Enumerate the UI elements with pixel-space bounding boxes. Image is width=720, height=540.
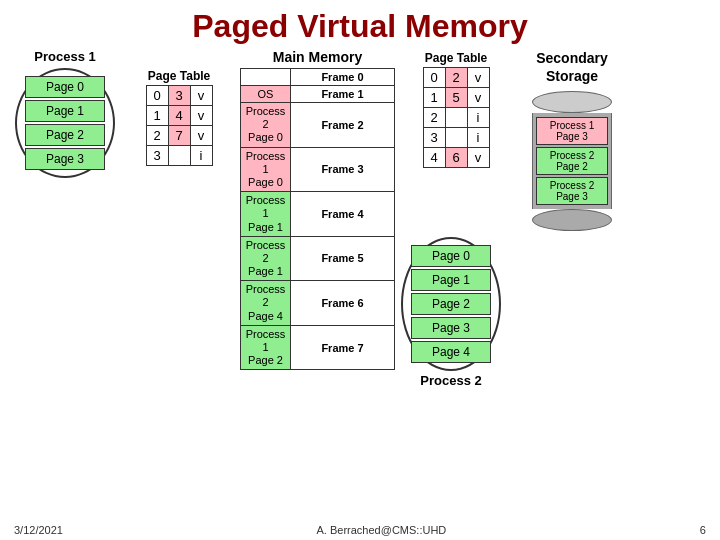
secondary-label: SecondaryStorage [536, 49, 608, 85]
p1-page1: Page 1 [25, 100, 105, 122]
footer-credit: A. Berrached@CMS::UHD [317, 524, 447, 536]
p2-page3: Page 3 [411, 317, 491, 339]
page-table2-label: Page Table [401, 51, 511, 65]
main-title: Paged Virtual Memory [0, 0, 720, 49]
p2-page2: Page 2 [411, 293, 491, 315]
p1-page3: Page 3 [25, 148, 105, 170]
sec-item-1: Process 2Page 2 [536, 147, 608, 175]
p2-page0: Page 0 [411, 245, 491, 267]
sec-item-2: Process 2Page 3 [536, 177, 608, 205]
footer-page: 6 [700, 524, 706, 536]
process2-label: Process 2 [420, 373, 481, 388]
p2-page4: Page 4 [411, 341, 491, 363]
main-memory-title: Main Memory [240, 49, 395, 65]
sec-item-0: Process 1Page 3 [536, 117, 608, 145]
p1-page0: Page 0 [25, 76, 105, 98]
p2-page1: Page 1 [411, 269, 491, 291]
page-table1-label: Page Table [124, 69, 234, 83]
p1-page2: Page 2 [25, 124, 105, 146]
footer-date: 3/12/2021 [14, 524, 63, 536]
process1-label: Process 1 [34, 49, 95, 64]
